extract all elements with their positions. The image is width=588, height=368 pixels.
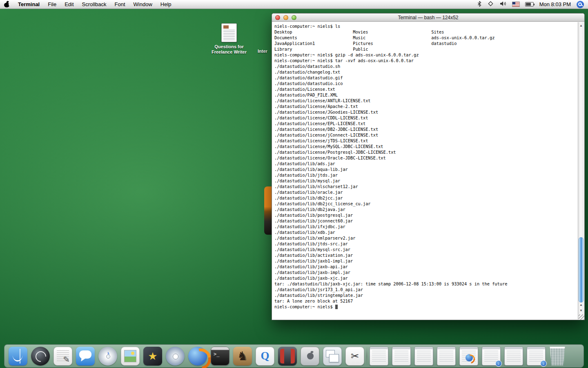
itunes-dock-icon[interactable]: ♪ [98,347,117,366]
quicktime-icon: Q [256,347,274,365]
terminal-line: ./datastudio/license/DB2-JDBC-LICENSE.tx… [274,126,578,132]
window-title: Terminal — bash — 124x52 [272,13,584,22]
terminal-line: ./datastudio/lib/jsr173_1.0_api.jar [274,287,578,292]
terminal-line: ./datastudio/datastudio.gif [274,75,578,81]
firefox-icon [188,347,207,366]
terminal-line: tar: ./datastudio/lib/jaxb-xjc.jar: time… [274,281,578,287]
minimized-window-document[interactable] [437,347,456,366]
chess-icon: ♞ [233,347,252,366]
terminal-line: ./datastudio/datastudio.ico [274,81,578,86]
terminal-line: ./datastudio/lib/postgresql.jar [274,212,578,218]
terminal-icon: >_ [211,347,229,365]
desktop-icon-label: Questions for Freelance Writer [207,44,252,55]
scrollbar-track[interactable]: ▲ ▲ ▼ [578,22,584,319]
ichat-icon [76,347,95,366]
itunes-icon: ♪ [98,347,117,366]
trash-dock-icon[interactable] [549,347,566,366]
menu-help[interactable]: Help [156,0,176,9]
terminal-line: ./datastudio/license/Apache-2.txt [274,103,578,109]
terminal-line: Library Public [274,46,578,52]
desktop-icon-partial-label[interactable]: Inter [258,49,267,54]
terminal-line: ./datastudio/lib/jconnect60.jar [274,218,578,224]
terminal-line: ./datastudio/lib/jaxb-api.jar [274,264,578,269]
scrollbar-thumb[interactable] [579,237,584,303]
terminal-line: tar: A lone zero block at 52167 [274,298,578,304]
photo-booth-icon [278,347,297,366]
terminal-line: ./datastudio/lib/nlscharset12.jar [274,184,578,189]
cut-icon: ✂ [346,347,364,365]
terminal-prompt: niels-computer:~ niels$ [274,304,335,309]
imovie-dock-icon[interactable]: ★ [143,347,162,366]
ichat-dock-icon[interactable] [76,347,95,366]
cut-dock-icon[interactable]: ✂ [345,347,364,366]
chess-dock-icon[interactable]: ♞ [233,347,252,366]
menu-scrollback[interactable]: Scrollback [78,0,111,9]
terminal-line: ./datastudio/PAD_FILE.XML [274,92,578,98]
minimized-window-document[interactable]: ↓ [527,347,546,366]
terminal-line: ./datastudio/License.txt [274,86,578,92]
volume-icon[interactable] [500,1,507,8]
terminal-line: ./datastudio/lib/activation.jar [274,252,578,258]
terminal-line: ./datastudio/lib/jtds-src.jar [274,241,578,247]
dashboard-dock-icon[interactable] [31,347,50,366]
dvd-player-dock-icon[interactable] [166,347,185,366]
terminal-line: ./datastudio/lib/jaxb-xjc.jar [274,275,578,281]
resize-grip[interactable] [579,314,584,320]
menu-edit[interactable]: Edit [60,0,78,9]
scroll-down-arrow[interactable]: ▼ [578,308,584,313]
expose-dock-icon[interactable] [323,347,342,366]
terminal-line: Desktop Movies Sites [274,29,578,35]
window-titlebar[interactable]: Terminal — bash — 124x52 [272,13,584,22]
bluetooth-icon[interactable] [477,1,481,8]
finder-dock-icon[interactable] [9,347,27,366]
minimized-window-document[interactable]: ↓ [482,347,501,366]
spotlight-icon[interactable] [577,1,584,8]
terminal-line: ./datastudio/lib/aqua-lib.jar [274,166,578,172]
terminal-line: ./datastudio/lib/xdb.jar [274,229,578,235]
menu-clock[interactable]: Mon 8:03 PM [539,1,571,7]
terminal-line: ./datastudio/lib/mysql.jar [274,178,578,184]
terminal-line: ./datastudio/lib/mysql-src.jar [274,247,578,252]
terminal-line: ./datastudio/lib/jtds.jar [274,172,578,178]
terminal-line: ./datastudio/lib/jaxb1-impl.jar [274,258,578,264]
document-icon [221,23,237,42]
dock-apps: ✎♪★>_♞Q✂ [9,347,364,366]
textedit-icon: ✎ [54,347,72,365]
terminal-line: ./datastudio/license/ANTLR-LICENSE.txt [274,98,578,103]
minimized-window-document[interactable] [414,347,433,366]
menu-font[interactable]: Font [111,0,129,9]
photo-booth-dock-icon[interactable] [278,347,297,366]
apple-menu[interactable] [0,0,14,9]
iphoto-dock-icon[interactable] [121,347,140,366]
menu-items: FileEditScrollbackFontWindowHelp [44,0,175,9]
terminal-line: ./datastudio/license/Postgresql-JDBC-LIC… [274,149,578,155]
scroll-up-arrow-top[interactable]: ▲ [578,23,584,28]
mac-box-dock-icon[interactable] [301,347,319,366]
terminal-line: ./datastudio/license/jConnect-LICENSE.tx… [274,132,578,138]
terminal-dock-icon[interactable]: >_ [211,347,229,366]
airport-icon[interactable] [487,0,494,8]
terminal-cursor [335,305,338,309]
input-flag-icon[interactable] [512,2,519,7]
minimized-window-document[interactable] [504,347,523,366]
dock: ✎♪★>_♞Q✂ ↓↓ [4,344,584,368]
minimized-window-document[interactable] [370,347,388,366]
textedit-dock-icon[interactable]: ✎ [53,347,72,366]
terminal-line: ./datastudio/license/EPL-LICENSE.txt [274,121,578,126]
menu-bar: Terminal FileEditScrollbackFontWindowHel… [0,0,588,9]
firefox-dock-icon[interactable] [188,347,207,366]
scroll-up-arrow[interactable]: ▲ [578,302,584,307]
dock-separator [367,346,367,366]
terminal-line: niels-computer:~ niels$ gzip -d ads-osx-… [274,52,578,58]
minimized-window-document[interactable] [392,347,411,366]
desktop-icon-questions[interactable]: Questions for Freelance Writer [207,23,252,55]
terminal-line: ./datastudio/license/CDDL-LICENSE.txt [274,115,578,121]
iphoto-icon [121,347,139,365]
quicktime-dock-icon[interactable]: Q [256,347,274,366]
app-menu-title[interactable]: Terminal [14,0,44,9]
minimized-window-firefox-page[interactable] [459,347,478,366]
terminal-output: niels-computer:~ niels$ lsDesktop Movies… [272,22,578,319]
menu-window[interactable]: Window [129,0,156,9]
menu-file[interactable]: File [44,0,60,9]
battery-icon[interactable] [525,2,534,7]
